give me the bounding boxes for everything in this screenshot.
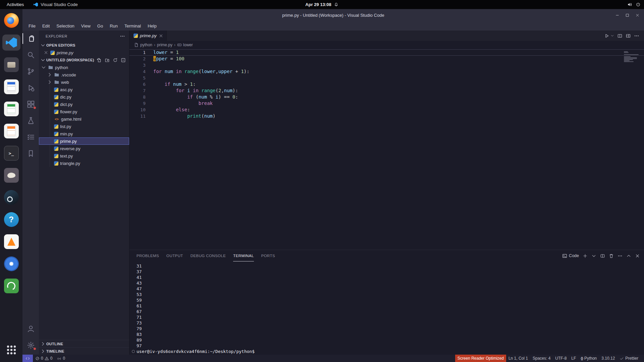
- new-terminal-button[interactable]: [583, 253, 588, 258]
- dock-writer[interactable]: [2, 79, 20, 95]
- clock[interactable]: Apr 29 13:08: [305, 2, 338, 7]
- activity-checklist[interactable]: [22, 132, 39, 142]
- maximize-panel-button[interactable]: [626, 253, 631, 258]
- dock-calc[interactable]: [2, 101, 20, 117]
- collapse-folders-button[interactable]: [121, 58, 126, 63]
- terminal-profile[interactable]: Code: [562, 253, 579, 258]
- tree-item-game-html[interactable]: <>game.html: [39, 115, 129, 123]
- dock-vscode[interactable]: [2, 35, 20, 51]
- panel-tab-problems[interactable]: PROBLEMS: [137, 250, 159, 261]
- tab-prime-py[interactable]: prime.py: [129, 31, 167, 41]
- split-editor-button[interactable]: [617, 33, 623, 39]
- activity-explorer[interactable]: [22, 33, 39, 44]
- close-window-button[interactable]: [633, 11, 641, 19]
- terminal-more-actions[interactable]: [618, 253, 623, 258]
- dock-help[interactable]: [2, 212, 20, 228]
- code-line-1[interactable]: 1lower = 1: [129, 49, 644, 56]
- activity-testing[interactable]: [22, 115, 39, 126]
- dock-show-apps[interactable]: [2, 342, 20, 358]
- code-line-10[interactable]: 10 else:: [129, 107, 644, 113]
- new-file-button[interactable]: [97, 58, 102, 63]
- tree-item-min-py[interactable]: min.py: [39, 130, 129, 137]
- tree-item-prime-py[interactable]: prime.py: [39, 137, 129, 145]
- minimize-button[interactable]: [613, 11, 621, 19]
- editor-more-actions-button[interactable]: [634, 33, 639, 39]
- dock-chromium[interactable]: [2, 256, 20, 272]
- menu-file[interactable]: File: [25, 22, 39, 29]
- dock-steam[interactable]: [2, 189, 20, 205]
- tree-item-python[interactable]: python: [39, 64, 129, 71]
- menu-help[interactable]: Help: [144, 22, 160, 29]
- power-icon[interactable]: [636, 2, 641, 7]
- split-terminal-button[interactable]: [600, 253, 605, 258]
- system-tray[interactable]: [627, 2, 641, 7]
- menu-run[interactable]: Run: [106, 22, 121, 29]
- tree-item-triangle-py[interactable]: triangle.py: [39, 160, 129, 167]
- tree-item--vscode[interactable]: .vscode: [39, 71, 129, 78]
- tree-item-dic-py[interactable]: dic.py: [39, 93, 129, 101]
- menu-terminal[interactable]: Terminal: [121, 22, 144, 29]
- tree-item-web[interactable]: web: [39, 78, 129, 86]
- remote-indicator[interactable]: [22, 355, 33, 362]
- tree-item-asc-py[interactable]: asc.py: [39, 86, 129, 93]
- dock-files[interactable]: [2, 57, 20, 73]
- menu-view[interactable]: View: [78, 22, 94, 29]
- titlebar[interactable]: prime.py - Untitled (Workspace) - Visual…: [22, 9, 644, 21]
- code-line-2[interactable]: 2upper = 100: [129, 56, 644, 62]
- status-indentation[interactable]: Spaces: 4: [530, 355, 553, 362]
- panel-tab-output[interactable]: OUTPUT: [166, 250, 183, 261]
- minimap[interactable]: [624, 51, 639, 62]
- activity-search[interactable]: [22, 50, 39, 60]
- maximize-button[interactable]: [623, 11, 631, 19]
- terminal-profile-dropdown[interactable]: [591, 253, 596, 258]
- status-problems[interactable]: 0 0: [33, 355, 55, 362]
- breadcrumb-lower[interactable]: lower: [177, 43, 193, 47]
- panel-tab-debug-console[interactable]: DEBUG CONSOLE: [191, 250, 226, 261]
- terminal-prompt[interactable]: user@iv-yds6oxrdvkcva4f6nmi:~/Desktop/py…: [137, 349, 644, 354]
- code-line-4[interactable]: 4for num in range(lower,upper + 1):: [129, 68, 644, 75]
- run-dropdown-icon[interactable]: [610, 34, 614, 38]
- close-panel-button[interactable]: [635, 253, 640, 258]
- volume-icon[interactable]: [627, 2, 632, 7]
- activity-settings[interactable]: [22, 340, 39, 351]
- breadcrumb-python[interactable]: python: [140, 43, 152, 47]
- status-formatter[interactable]: Prettier: [617, 355, 641, 362]
- activity-extensions[interactable]: [22, 99, 39, 110]
- dock-impress[interactable]: [2, 123, 20, 139]
- terminal[interactable]: 313741434753596167717379838997user@iv-yd…: [129, 261, 644, 355]
- activities-button[interactable]: Activities: [3, 0, 27, 9]
- tree-item-text-py[interactable]: text.py: [39, 152, 129, 160]
- tree-item-list-py[interactable]: list.py: [39, 123, 129, 130]
- code-line-6[interactable]: 6 if num > 1:: [129, 81, 644, 87]
- open-editors-section[interactable]: OPEN EDITORS: [39, 42, 129, 49]
- dock-recycle[interactable]: [2, 278, 20, 294]
- editor-layout-button[interactable]: [626, 33, 631, 39]
- activity-run-debug[interactable]: [22, 82, 39, 93]
- breadcrumb-prime-py[interactable]: prime.py: [157, 43, 172, 47]
- menu-edit[interactable]: Edit: [39, 22, 53, 29]
- code-line-11[interactable]: 11 print(num): [129, 113, 644, 119]
- status-eol[interactable]: LF: [569, 355, 578, 362]
- activity-bookmarks[interactable]: [22, 148, 39, 159]
- code-line-9[interactable]: 9 break: [129, 100, 644, 107]
- status-encoding[interactable]: UTF-8: [553, 355, 569, 362]
- dock-firefox[interactable]: [2, 12, 20, 28]
- explorer-more-actions-icon[interactable]: [120, 34, 125, 39]
- code-line-3[interactable]: 3: [129, 62, 644, 68]
- status-ports[interactable]: 0: [55, 355, 67, 362]
- dock-terminal[interactable]: [2, 145, 20, 161]
- tree-item-flower-py[interactable]: flower.py: [39, 108, 129, 115]
- code-editor[interactable]: 1lower = 12upper = 10034for num in range…: [129, 49, 644, 250]
- panel-tab-ports[interactable]: PORTS: [261, 250, 275, 261]
- activity-source-control[interactable]: [22, 66, 39, 77]
- kill-terminal-button[interactable]: [609, 253, 614, 258]
- dock-vlc[interactable]: [2, 234, 20, 250]
- code-line-7[interactable]: 7 for i in range(2,num):: [129, 87, 644, 94]
- menu-selection[interactable]: Selection: [53, 22, 77, 29]
- open-editor-prime-py[interactable]: prime.py: [39, 49, 129, 56]
- tree-item-dict-py[interactable]: dict.py: [39, 101, 129, 108]
- close-tab-icon[interactable]: [159, 34, 163, 38]
- menu-go[interactable]: Go: [94, 22, 106, 29]
- focused-app-indicator[interactable]: Visual Studio Code: [33, 2, 77, 7]
- dock-gimp[interactable]: [2, 167, 20, 183]
